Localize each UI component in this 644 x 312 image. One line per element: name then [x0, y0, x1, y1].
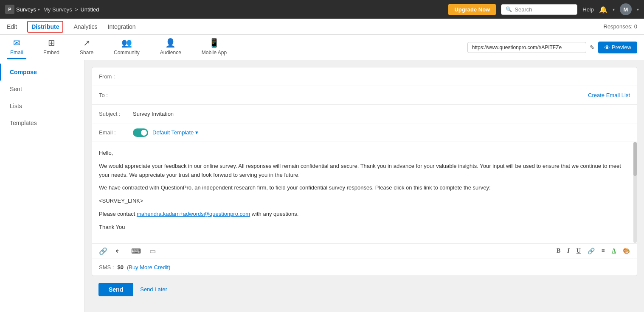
toolbar-tag-button[interactable]: 🏷 — [114, 246, 124, 256]
send-button[interactable]: Send — [98, 283, 133, 296]
sidebar-sent-label: Sent — [10, 86, 22, 92]
nav-edit[interactable]: Edit — [7, 20, 17, 33]
search-input[interactable] — [515, 6, 573, 13]
toolbar-hyperlink-button[interactable]: 🔗 — [586, 247, 596, 256]
main-layout: Compose Sent Lists Templates From : To :… — [0, 60, 644, 312]
to-label: To : — [99, 92, 133, 98]
buy-more-credit-link[interactable]: (Buy More Credit) — [127, 264, 171, 270]
toolbar-align-button[interactable]: ≡ — [600, 247, 607, 255]
community-tab-icon: 👥 — [121, 38, 132, 48]
nav-analytics[interactable]: Analytics — [73, 20, 97, 33]
contact-email: mahendra.kadam+adwords@questionpro.com — [137, 211, 250, 217]
sidebar-item-sent[interactable]: Sent — [0, 81, 84, 98]
email-paragraph2: We have contracted with QuestionPro, an … — [99, 184, 630, 192]
top-nav: P Surveys ▾ My Surveys > Untitled Upgrad… — [0, 0, 644, 19]
tab-email[interactable]: ✉ Email — [7, 35, 26, 59]
tab-mobile-app[interactable]: 📱 Mobile App — [198, 35, 230, 59]
top-nav-right: Upgrade Now 🔍 Help 🔔 ▾ M ▾ — [448, 3, 639, 15]
second-nav-right: Responses: 0 — [604, 23, 638, 30]
embed-tab-icon: ⊞ — [48, 38, 55, 48]
logo[interactable]: P Surveys ▾ — [5, 5, 40, 14]
email-template-row: Email : Default Template ▾ — [92, 123, 637, 142]
user-avatar[interactable]: M — [620, 3, 632, 15]
sidebar: Compose Sent Lists Templates — [0, 60, 85, 312]
sidebar-lists-label: Lists — [10, 103, 22, 109]
toolbar-keyboard-button[interactable]: ⌨ — [129, 246, 143, 256]
community-tab-label: Community — [114, 50, 140, 56]
toolbar-link-button[interactable]: 🔗 — [97, 246, 109, 256]
preview-label: Preview — [612, 44, 631, 50]
email-greeting: Hello, — [99, 149, 630, 158]
send-later-link[interactable]: Send Later — [140, 286, 167, 292]
mobile-app-tab-icon: 📱 — [209, 38, 219, 48]
tab-audience[interactable]: 👤 Audience — [157, 35, 185, 59]
tab-community[interactable]: 👥 Community — [110, 35, 143, 59]
nav-integration[interactable]: Integration — [108, 20, 136, 33]
scroll-thumb — [633, 142, 637, 176]
toolbar-emoji-button[interactable]: 🎨 — [621, 247, 632, 256]
email-body-container: Hello, We would appreciate your feedback… — [92, 142, 637, 243]
upgrade-button[interactable]: Upgrade Now — [448, 4, 496, 15]
email-toolbar: 🔗 🏷 ⌨ ▭ B I U 🔗 ≡ A 🎨 — [92, 243, 637, 259]
audience-tab-label: Audience — [160, 50, 181, 56]
survey-url: https://www.questionpro.com/t/APITFZe — [467, 42, 586, 53]
email-label: Email : — [99, 129, 133, 136]
template-dropdown-icon: ▾ — [195, 129, 198, 136]
third-nav-right: https://www.questionpro.com/t/APITFZe ✎ … — [467, 42, 637, 53]
toolbar-italic-button[interactable]: I — [565, 247, 571, 255]
embed-tab-label: Embed — [43, 50, 59, 56]
mobile-app-tab-label: Mobile App — [202, 50, 227, 56]
email-tab-icon: ✉ — [13, 38, 20, 48]
sms-amount: $0 — [117, 264, 123, 270]
logo-icon: P — [5, 5, 14, 14]
sidebar-item-lists[interactable]: Lists — [0, 98, 84, 114]
tab-share[interactable]: ↗ Share — [76, 35, 97, 59]
sidebar-compose-label: Compose — [10, 69, 37, 75]
url-edit-icon[interactable]: ✎ — [590, 44, 595, 51]
share-tab-icon: ↗ — [83, 38, 90, 48]
search-box: 🔍 — [501, 4, 577, 15]
contact-prefix: Please contact — [99, 211, 137, 217]
user-dropdown-icon[interactable]: ▾ — [637, 7, 639, 12]
toolbar-underline-button[interactable]: U — [575, 247, 582, 255]
default-template-btn[interactable]: Default Template ▾ — [152, 129, 198, 136]
logo-text: Surveys — [16, 6, 36, 13]
email-body[interactable]: Hello, We would appreciate your feedback… — [92, 142, 637, 243]
compose-card: From : To : Create Email List Subject : … — [92, 67, 637, 276]
toolbar-image-button[interactable]: ▭ — [148, 246, 157, 256]
preview-button[interactable]: 👁 Preview — [598, 42, 637, 53]
breadcrumb: My Surveys > Untitled — [43, 6, 99, 13]
subject-row: Subject : Survey Invitation — [92, 105, 637, 123]
email-paragraph1: We would appreciate your feedback in our… — [99, 162, 630, 180]
sms-label: SMS : — [99, 264, 114, 270]
sidebar-item-templates[interactable]: Templates — [0, 114, 84, 131]
toolbar-left: 🔗 🏷 ⌨ ▭ — [97, 246, 157, 256]
template-label-text: Default Template — [152, 129, 194, 136]
audience-tab-icon: 👤 — [165, 38, 176, 48]
toolbar-color-button[interactable]: A — [610, 247, 618, 255]
help-link[interactable]: Help — [582, 6, 594, 13]
contact-suffix: with any questions. — [250, 211, 298, 217]
share-tab-label: Share — [80, 50, 93, 56]
content: From : To : Create Email List Subject : … — [85, 60, 644, 312]
email-thank-you: Thank You — [99, 223, 630, 232]
toolbar-bold-button[interactable]: B — [555, 247, 562, 255]
logo-dropdown-icon[interactable]: ▾ — [38, 7, 40, 12]
to-row: To : Create Email List — [92, 86, 637, 105]
breadcrumb-current: Untitled — [80, 6, 99, 13]
nav-distribute[interactable]: Distribute — [27, 21, 63, 33]
subject-value[interactable]: Survey Invitation — [133, 111, 174, 117]
breadcrumb-my-surveys[interactable]: My Surveys — [43, 6, 72, 13]
preview-eye-icon: 👁 — [604, 44, 610, 51]
responses-count: Responses: 0 — [604, 23, 638, 30]
scrollbar[interactable] — [633, 142, 637, 243]
sidebar-item-compose[interactable]: Compose — [0, 64, 84, 81]
notification-icon[interactable]: 🔔 — [599, 6, 607, 14]
email-toggle[interactable] — [133, 128, 148, 137]
tab-embed[interactable]: ⊞ Embed — [40, 35, 63, 59]
actions-row: Send Send Later — [92, 276, 637, 303]
create-email-list-link[interactable]: Create Email List — [588, 92, 630, 98]
sms-row: SMS : $0 (Buy More Credit) — [92, 259, 637, 276]
email-contact: Please contact mahendra.kadam+adwords@qu… — [99, 210, 630, 219]
email-survey-link: <SURVEY_LINK> — [99, 197, 630, 206]
